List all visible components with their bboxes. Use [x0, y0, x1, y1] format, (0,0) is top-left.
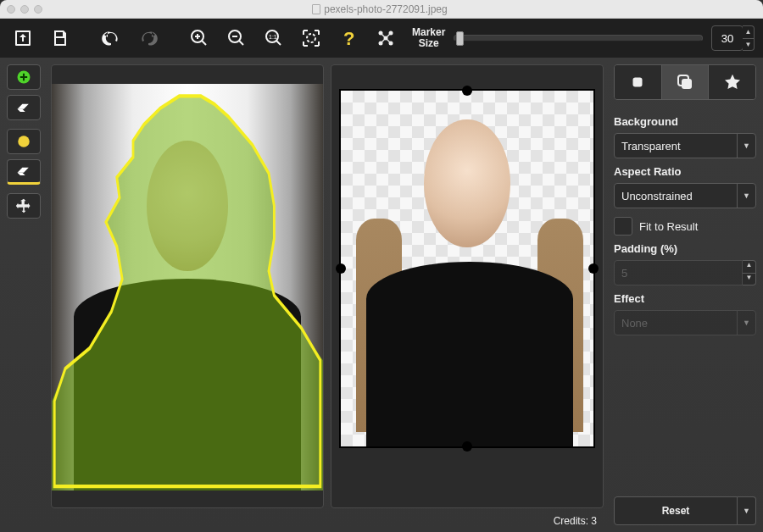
chevron-down-icon: ▼	[737, 311, 755, 335]
window-controls[interactable]	[7, 5, 42, 14]
effect-label: Effect	[614, 292, 756, 305]
reset-button[interactable]: Reset	[614, 496, 738, 525]
close-icon[interactable]	[7, 5, 15, 14]
padding-value: 5	[615, 267, 742, 280]
main-area: Credits: 3 Background T	[0, 58, 763, 532]
window-titlebar: pexels-photo-2772091.jpeg	[0, 0, 763, 19]
main-toolbar: 1:1 ? Marker Size ▲ ▼	[0, 19, 763, 58]
zoom-actual-icon: 1:1	[264, 28, 284, 48]
selection-mask	[52, 84, 323, 490]
document-icon	[312, 4, 320, 14]
result-canvas[interactable]	[331, 64, 604, 508]
zoom-out-button[interactable]	[222, 24, 251, 53]
question-icon: ?	[338, 28, 359, 48]
zoom-icon[interactable]	[34, 5, 42, 14]
erase-foreground-tool[interactable]	[7, 95, 41, 120]
nodes-icon	[376, 28, 396, 48]
stepper-up-icon[interactable]: ▲	[743, 26, 754, 39]
tab-layers[interactable]	[661, 65, 709, 99]
move-icon	[15, 197, 32, 214]
marker-size-slider[interactable]	[454, 35, 703, 42]
brush-tool[interactable]	[7, 129, 41, 154]
aspect-ratio-label: Aspect Ratio	[614, 165, 756, 178]
inspector-tabs	[614, 64, 756, 100]
background-value: Transparent	[615, 140, 737, 152]
square-icon	[628, 73, 647, 91]
padding-label: Padding (%)	[614, 242, 756, 255]
padding-stepper[interactable]: ▲ ▼	[743, 260, 756, 285]
import-button[interactable]	[8, 24, 37, 53]
canvas-area: Credits: 3	[47, 58, 607, 532]
circle-icon	[16, 134, 31, 149]
source-canvas[interactable]	[51, 64, 324, 508]
marker-size-stepper[interactable]: ▲ ▼	[743, 25, 755, 51]
zoom-out-icon	[226, 28, 247, 48]
effect-value: None	[615, 317, 737, 330]
crop-handle-e[interactable]	[588, 263, 599, 274]
crop-frame[interactable]	[339, 89, 595, 448]
padding-input[interactable]: 5	[614, 260, 743, 285]
slider-handle[interactable]	[456, 31, 464, 46]
stepper-up-icon[interactable]: ▲	[743, 261, 755, 274]
inspector-panel: Background Transparent ▼ Aspect Ratio Un…	[607, 58, 763, 532]
layers-icon	[675, 72, 695, 92]
tool-sidebar	[0, 58, 47, 532]
zoom-actual-button[interactable]: 1:1	[259, 24, 288, 53]
crop-handle-s[interactable]	[462, 441, 472, 452]
add-foreground-tool[interactable]	[7, 64, 41, 90]
minimize-icon[interactable]	[20, 5, 29, 14]
zoom-in-icon	[189, 28, 209, 48]
undo-icon	[101, 28, 121, 48]
fit-checkbox[interactable]	[614, 217, 632, 236]
download-box-icon	[13, 28, 33, 48]
redo-icon	[138, 28, 159, 48]
crop-handle-w[interactable]	[336, 263, 346, 274]
zoom-fit-button[interactable]	[297, 24, 326, 53]
background-select[interactable]: Transparent ▼	[614, 133, 756, 158]
credits-label: Credits: 3	[554, 515, 597, 527]
chevron-down-icon: ▼	[737, 134, 755, 158]
undo-button[interactable]	[97, 24, 125, 53]
crop-handle-n[interactable]	[462, 86, 472, 96]
svg-rect-13	[633, 78, 643, 87]
fit-label: Fit to Result	[639, 220, 698, 233]
svg-rect-15	[682, 79, 692, 89]
ai-segment-button[interactable]	[371, 24, 400, 53]
window-title-label: pexels-photo-2772091.jpeg	[324, 3, 447, 15]
marker-size-input[interactable]	[711, 25, 744, 51]
eraser-icon	[15, 165, 32, 177]
floppy-icon	[50, 28, 70, 48]
effect-select[interactable]: None ▼	[614, 310, 756, 335]
redo-button[interactable]	[134, 24, 163, 53]
move-tool[interactable]	[7, 193, 41, 219]
svg-point-4	[307, 34, 315, 42]
window-title: pexels-photo-2772091.jpeg	[42, 3, 717, 15]
marker-size-label: Marker Size	[412, 27, 445, 48]
zoom-fit-icon	[301, 28, 321, 48]
tab-single-layer[interactable]	[615, 65, 661, 99]
star-icon	[723, 73, 742, 91]
stepper-down-icon[interactable]: ▼	[743, 274, 755, 285]
help-button[interactable]: ?	[334, 24, 363, 53]
aspect-ratio-value: Unconstrained	[615, 190, 737, 202]
plus-circle-icon	[15, 69, 32, 86]
tab-favorites[interactable]	[708, 65, 755, 99]
svg-point-12	[18, 136, 30, 147]
stepper-down-icon[interactable]: ▼	[743, 39, 754, 51]
zoom-in-button[interactable]	[185, 24, 214, 53]
erase-result-tool[interactable]	[7, 159, 41, 185]
chevron-down-icon: ▼	[737, 184, 755, 208]
svg-text:?: ?	[343, 28, 354, 48]
eraser-icon	[15, 102, 32, 114]
reset-menu-button[interactable]: ▼	[738, 496, 756, 525]
aspect-ratio-select[interactable]: Unconstrained ▼	[614, 183, 756, 208]
background-label: Background	[614, 115, 756, 128]
svg-text:1:1: 1:1	[269, 34, 277, 40]
save-button[interactable]	[46, 24, 75, 53]
